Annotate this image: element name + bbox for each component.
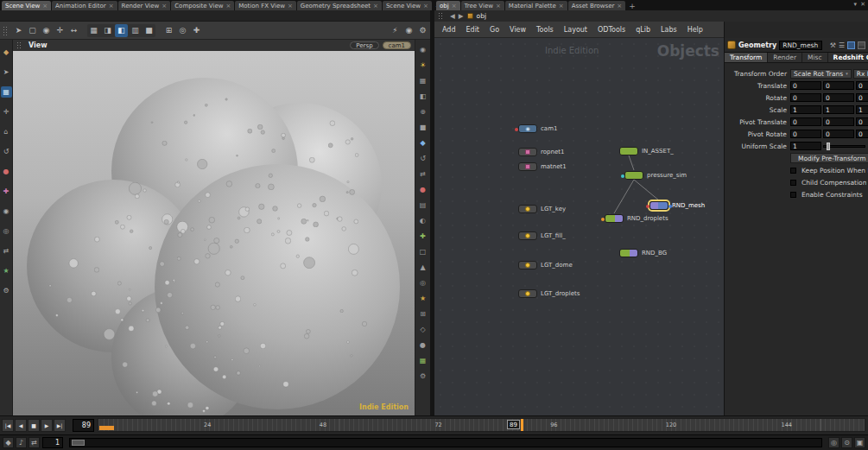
close-tab-icon[interactable]: ×	[496, 3, 501, 10]
node-lgt-droplets[interactable]: LGT_droplets	[518, 288, 580, 298]
shadow-toggle-icon[interactable]: ◐	[417, 215, 428, 226]
select-arrow-icon[interactable]: ➤	[12, 24, 25, 37]
snap-tool-icon[interactable]: ◎	[1, 225, 12, 237]
playbar-options-icon[interactable]: ▣	[854, 437, 865, 448]
tab-render-view[interactable]: Render View×	[118, 1, 171, 10]
param-input[interactable]: 1	[790, 105, 821, 114]
select-parts-icon[interactable]: ▥	[129, 24, 142, 37]
param-input[interactable]: 0	[790, 130, 821, 138]
param-tab-transform[interactable]: Transform	[725, 53, 768, 62]
layout-grid-icon[interactable]	[858, 41, 865, 49]
param-input[interactable]: 0	[790, 93, 821, 102]
close-icon[interactable]: ✕	[860, 1, 865, 8]
param-select-scale-rot-trans[interactable]: Scale Rot Trans▾	[790, 69, 852, 79]
menu-view[interactable]: View	[504, 26, 531, 34]
tab-animation-editor[interactable]: Animation Editor×	[52, 1, 117, 10]
node-cam1[interactable]: ◉cam1	[518, 124, 557, 133]
menu-labs[interactable]: Labs	[656, 26, 682, 34]
snapping-menu-icon[interactable]: ◉	[417, 44, 428, 55]
node-rnd-droplets[interactable]: RND_droplets	[605, 213, 668, 223]
lighting-icon[interactable]: ☀	[417, 60, 428, 71]
param-input[interactable]: 0	[823, 81, 854, 90]
add-view-icon[interactable]: ⊕	[417, 106, 428, 117]
param-input[interactable]: 0	[790, 117, 821, 126]
jump-end-button[interactable]: ▶|	[54, 419, 66, 432]
global-animation-icon[interactable]: ◎	[828, 437, 839, 448]
node-in-asset[interactable]: IN_ASSET_	[619, 146, 674, 155]
performance-monitor-icon[interactable]: ⊙	[841, 437, 852, 448]
node-lgt-key[interactable]: LGT_key	[518, 204, 566, 213]
dot-display-icon[interactable]: ●	[417, 339, 428, 351]
param-slider[interactable]	[823, 145, 865, 148]
projection-selector[interactable]: Persp	[350, 41, 378, 49]
menu-edit[interactable]: Edit	[461, 26, 485, 34]
param-input[interactable]: 1	[823, 105, 854, 114]
pane-drag-handle-icon[interactable]	[3, 26, 9, 35]
tab-asset-browser[interactable]: Asset Browser×	[568, 1, 626, 10]
button-modify-pre-transform[interactable]: Modify Pre-Transform	[790, 153, 868, 163]
menu-tools[interactable]: Tools	[531, 26, 559, 34]
param-input[interactable]: 0	[856, 93, 868, 102]
tab-material-palette[interactable]: Material Palette×	[505, 1, 567, 10]
place-tool-icon[interactable]: ⌂	[1, 126, 12, 137]
outline-icon[interactable]: ◇	[417, 324, 428, 335]
timeline-ruler[interactable]: 24487296120144168 89	[98, 418, 865, 432]
node-name-field[interactable]: RND_mesh	[779, 41, 822, 50]
select-prims-icon[interactable]: ◧	[115, 24, 128, 37]
pan-tool-icon[interactable]: ↔	[67, 24, 80, 37]
node-flag-icon[interactable]	[668, 205, 672, 208]
node-pressure-sim[interactable]: pressure_sim	[624, 170, 687, 180]
node-ropnet1[interactable]: ropnet1	[518, 147, 564, 156]
tab-motion-fx-view[interactable]: Motion FX View×	[235, 1, 296, 10]
menu-layout[interactable]: Layout	[559, 26, 592, 34]
keyframe-options-icon[interactable]: ◆	[3, 437, 14, 448]
node-flag-icon[interactable]	[601, 218, 605, 221]
close-tab-icon[interactable]: ×	[373, 3, 378, 10]
select-edges-icon[interactable]: ◨	[101, 24, 114, 37]
param-tab-redshift-obj[interactable]: Redshift OBJ	[828, 53, 868, 62]
audio-toggle-icon[interactable]: ♪	[16, 437, 27, 448]
camera-options-icon[interactable]: ⚙	[416, 24, 429, 37]
wire-display-icon[interactable]: □	[417, 246, 428, 257]
node-rnd-mesh[interactable]: RND_mesh	[649, 200, 705, 210]
close-tab-icon[interactable]: ×	[617, 3, 622, 10]
menu-go[interactable]: Go	[485, 26, 504, 34]
start-frame-field[interactable]: 1	[42, 437, 63, 448]
tile-view-icon[interactable]: ⊞	[417, 308, 428, 320]
secure-selection-icon[interactable]: ▦	[1, 86, 12, 98]
current-frame-field[interactable]: 89	[73, 419, 94, 432]
measure-tool-icon[interactable]: ⇄	[1, 245, 12, 257]
paint-tool-icon[interactable]: ✚	[1, 186, 12, 197]
playhead[interactable]	[521, 419, 523, 431]
pane-menu-icon[interactable]: ▾	[854, 1, 858, 8]
stop-button[interactable]: ■	[28, 419, 40, 432]
node-rnd-bg[interactable]: RND_BG	[619, 248, 667, 257]
solid-shade-icon[interactable]: ■	[417, 122, 428, 133]
material-tool-icon[interactable]: ★	[1, 265, 12, 276]
close-tab-icon[interactable]: ×	[288, 3, 293, 10]
lasso-select-icon[interactable]: ◉	[40, 24, 53, 37]
param-input[interactable]: 0	[856, 130, 868, 138]
close-tab-icon[interactable]: ×	[225, 3, 231, 10]
pose-tool-icon[interactable]: ●	[1, 166, 12, 177]
rotate-tool-icon[interactable]: ↺	[1, 146, 12, 157]
grid-display-icon[interactable]: ▦	[417, 75, 428, 86]
param-input[interactable]: 0	[823, 117, 854, 126]
grid2-icon[interactable]: ▦	[417, 355, 428, 366]
move-tool-icon[interactable]: ✛	[54, 24, 67, 37]
param-tab-render[interactable]: Render	[768, 53, 802, 62]
render-view-icon[interactable]: ⚡	[389, 24, 402, 37]
node-matnet1[interactable]: matnet1	[518, 162, 567, 171]
jump-start-button[interactable]: |◀	[2, 419, 14, 432]
tab-composite-view[interactable]: Composite View×	[171, 1, 234, 10]
add-light-icon[interactable]: ✚	[417, 231, 428, 242]
network-path[interactable]: obj	[477, 12, 486, 20]
viewport-handle-icon[interactable]	[16, 41, 22, 49]
nav-forward-icon[interactable]: ▶	[459, 12, 464, 20]
checkbox-child-compensation[interactable]	[790, 180, 796, 186]
home-view-icon[interactable]: ↺	[417, 153, 428, 164]
param-input[interactable]: 0	[823, 93, 854, 102]
target-icon[interactable]: ◎	[417, 277, 428, 288]
play-button[interactable]: ▶	[41, 419, 53, 432]
swap-view-icon[interactable]: ⇄	[417, 168, 428, 180]
